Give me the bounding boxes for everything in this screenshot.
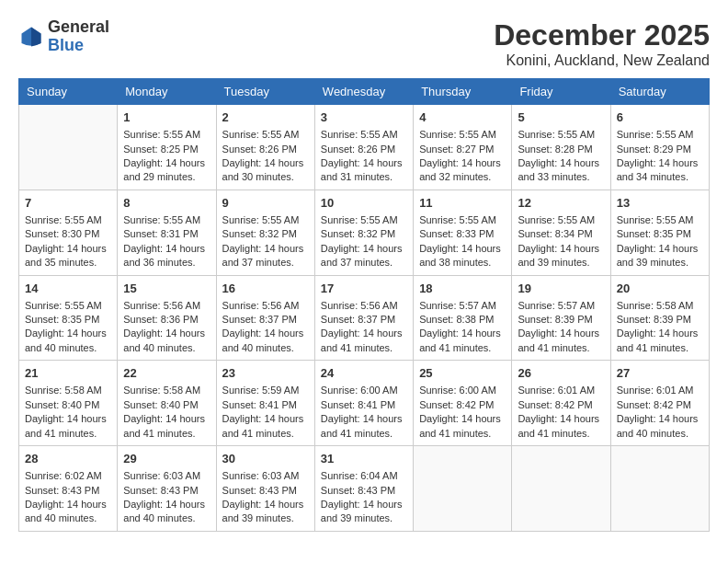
col-header-friday: Friday — [512, 79, 610, 105]
cell-line: Daylight: 14 hours — [321, 327, 407, 340]
cell-line: Sunset: 8:25 PM — [123, 143, 210, 156]
cell-line: and 37 minutes. — [222, 256, 309, 270]
cell-line: and 39 minutes. — [617, 256, 703, 270]
month-title: December 2025 — [494, 18, 710, 52]
calendar-cell — [512, 446, 610, 532]
calendar-cell: 10Sunrise: 5:55 AMSunset: 8:32 PMDayligh… — [314, 190, 413, 275]
calendar-week-row: 1Sunrise: 5:55 AMSunset: 8:25 PMDaylight… — [19, 105, 710, 190]
cell-line: and 36 minutes. — [123, 256, 210, 270]
cell-line: Sunrise: 5:55 AM — [222, 213, 309, 227]
cell-line: Daylight: 14 hours — [25, 327, 111, 340]
cell-line: and 39 minutes. — [222, 511, 309, 525]
calendar-cell: 12Sunrise: 5:55 AMSunset: 8:34 PMDayligh… — [512, 190, 610, 275]
cell-line: and 40 minutes. — [123, 511, 210, 525]
cell-line: and 34 minutes. — [617, 170, 703, 184]
calendar-week-row: 14Sunrise: 5:55 AMSunset: 8:35 PMDayligh… — [19, 275, 710, 361]
cell-line: Daylight: 14 hours — [123, 327, 210, 340]
logo: General Blue — [18, 18, 109, 55]
col-header-tuesday: Tuesday — [216, 79, 314, 105]
calendar-week-row: 21Sunrise: 5:58 AMSunset: 8:40 PMDayligh… — [19, 361, 710, 446]
calendar-cell: 26Sunrise: 6:01 AMSunset: 8:42 PMDayligh… — [512, 361, 610, 446]
cell-line: Sunrise: 6:00 AM — [321, 384, 407, 397]
cell-line: and 40 minutes. — [25, 341, 111, 355]
cell-line: Sunset: 8:43 PM — [222, 484, 309, 498]
cell-line: Sunrise: 5:55 AM — [518, 128, 604, 142]
cell-line: Sunset: 8:43 PM — [321, 484, 407, 498]
cell-line: Daylight: 14 hours — [222, 242, 309, 256]
day-number: 4 — [419, 109, 506, 126]
cell-line: Sunset: 8:41 PM — [321, 398, 407, 412]
cell-line: Daylight: 14 hours — [123, 498, 210, 511]
cell-line: Sunrise: 5:57 AM — [419, 299, 506, 313]
day-number: 30 — [222, 451, 309, 467]
cell-line: Sunset: 8:32 PM — [222, 227, 309, 241]
cell-line: Sunset: 8:26 PM — [222, 143, 309, 156]
calendar-cell: 11Sunrise: 5:55 AMSunset: 8:33 PMDayligh… — [414, 190, 512, 275]
cell-line: Daylight: 14 hours — [419, 242, 506, 256]
calendar-cell — [414, 446, 512, 532]
cell-line: Daylight: 14 hours — [321, 242, 407, 256]
cell-line: Daylight: 14 hours — [25, 498, 111, 511]
calendar-cell: 29Sunrise: 6:03 AMSunset: 8:43 PMDayligh… — [118, 446, 216, 532]
day-number: 21 — [25, 365, 111, 382]
location-subtitle: Konini, Auckland, New Zealand — [494, 52, 710, 69]
cell-line: Sunrise: 6:01 AM — [518, 384, 604, 397]
logo-text: General Blue — [48, 18, 109, 55]
day-number: 2 — [222, 109, 309, 126]
cell-line: and 39 minutes. — [518, 256, 604, 270]
cell-line: Daylight: 14 hours — [222, 327, 309, 340]
calendar-cell: 31Sunrise: 6:04 AMSunset: 8:43 PMDayligh… — [314, 446, 413, 532]
calendar-cell: 18Sunrise: 5:57 AMSunset: 8:38 PMDayligh… — [414, 275, 512, 361]
cell-line: Sunset: 8:29 PM — [617, 143, 703, 156]
cell-line: Sunset: 8:43 PM — [25, 484, 111, 498]
cell-line: and 41 minutes. — [321, 341, 407, 355]
calendar-cell: 9Sunrise: 5:55 AMSunset: 8:32 PMDaylight… — [216, 190, 314, 275]
cell-line: Sunrise: 5:55 AM — [123, 213, 210, 227]
cell-line: Sunset: 8:43 PM — [123, 484, 210, 498]
calendar-cell: 14Sunrise: 5:55 AMSunset: 8:35 PMDayligh… — [19, 275, 118, 361]
cell-line: Sunrise: 5:57 AM — [518, 299, 604, 313]
cell-line: Daylight: 14 hours — [617, 327, 703, 340]
cell-line: and 30 minutes. — [222, 170, 309, 184]
cell-line: Sunrise: 5:55 AM — [617, 213, 703, 227]
cell-line: and 41 minutes. — [518, 427, 604, 441]
calendar-cell: 30Sunrise: 6:03 AMSunset: 8:43 PMDayligh… — [216, 446, 314, 532]
cell-line: Daylight: 14 hours — [321, 498, 407, 511]
cell-line: Sunrise: 5:55 AM — [222, 128, 309, 142]
cell-line: Sunset: 8:33 PM — [419, 227, 506, 241]
calendar-cell: 25Sunrise: 6:00 AMSunset: 8:42 PMDayligh… — [414, 361, 512, 446]
day-number: 11 — [419, 195, 506, 212]
calendar-cell: 2Sunrise: 5:55 AMSunset: 8:26 PMDaylight… — [216, 105, 314, 190]
cell-line: and 41 minutes. — [617, 341, 703, 355]
cell-line: Sunset: 8:36 PM — [123, 313, 210, 327]
cell-line: Sunrise: 5:55 AM — [25, 299, 111, 313]
cell-line: Sunset: 8:34 PM — [518, 227, 604, 241]
cell-line: Sunset: 8:39 PM — [617, 313, 703, 327]
cell-line: Sunset: 8:37 PM — [222, 313, 309, 327]
day-number: 27 — [617, 365, 703, 382]
col-header-saturday: Saturday — [610, 79, 709, 105]
col-header-sunday: Sunday — [19, 79, 118, 105]
cell-line: Daylight: 14 hours — [222, 412, 309, 426]
cell-line: Sunrise: 5:55 AM — [25, 213, 111, 227]
calendar-cell: 17Sunrise: 5:56 AMSunset: 8:37 PMDayligh… — [314, 275, 413, 361]
calendar-table: SundayMondayTuesdayWednesdayThursdayFrid… — [18, 78, 710, 532]
cell-line: Sunrise: 5:55 AM — [617, 128, 703, 142]
cell-line: and 41 minutes. — [419, 427, 506, 441]
cell-line: Sunset: 8:38 PM — [419, 313, 506, 327]
day-number: 22 — [123, 365, 210, 382]
day-number: 10 — [321, 195, 407, 212]
calendar-cell: 4Sunrise: 5:55 AMSunset: 8:27 PMDaylight… — [414, 105, 512, 190]
day-number: 15 — [123, 281, 210, 297]
calendar-cell: 28Sunrise: 6:02 AMSunset: 8:43 PMDayligh… — [19, 446, 118, 532]
cell-line: Sunrise: 5:59 AM — [222, 384, 309, 397]
cell-line: Daylight: 14 hours — [321, 412, 407, 426]
cell-line: Daylight: 14 hours — [419, 412, 506, 426]
cell-line: Sunrise: 6:04 AM — [321, 469, 407, 483]
calendar-cell: 24Sunrise: 6:00 AMSunset: 8:41 PMDayligh… — [314, 361, 413, 446]
cell-line: and 41 minutes. — [518, 341, 604, 355]
cell-line: Sunset: 8:42 PM — [518, 398, 604, 412]
cell-line: Sunrise: 5:58 AM — [123, 384, 210, 397]
col-header-wednesday: Wednesday — [314, 79, 413, 105]
day-number: 19 — [518, 281, 604, 297]
